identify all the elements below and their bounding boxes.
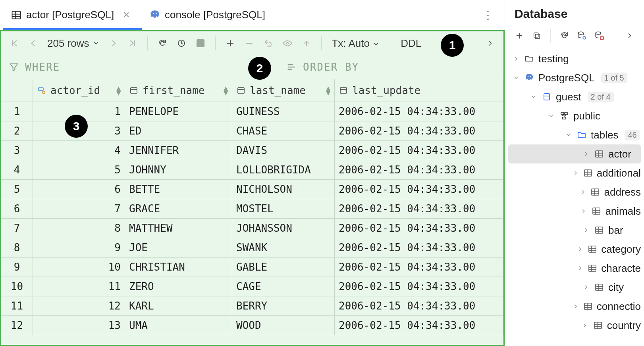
tree-item-bar[interactable]: bar	[508, 221, 641, 240]
cell-first-name[interactable]: PENELOPE	[125, 102, 232, 121]
expand-toggle[interactable]	[530, 94, 538, 100]
cell-first-name[interactable]: JENNIFER	[125, 141, 232, 160]
tree-item-connectio[interactable]: connectio	[508, 297, 641, 316]
cell-first-name[interactable]: ZERO	[125, 277, 232, 296]
new-button[interactable]	[511, 28, 527, 44]
cell-last-update[interactable]: 2006-02-15 04:34:33.00	[335, 258, 503, 277]
cell-first-name[interactable]: ED	[125, 121, 232, 141]
sort-icon[interactable]: ▲▼	[116, 86, 121, 95]
cell-last-update[interactable]: 2006-02-15 04:34:33.00	[335, 296, 503, 316]
tab-actor[interactable]: actor [PostgreSQL] ✕	[3, 0, 142, 30]
row-number[interactable]: 5	[1, 180, 33, 199]
cell-last-name[interactable]: NICHOLSON	[232, 180, 335, 199]
stop-button[interactable]	[192, 35, 209, 52]
row-number[interactable]: 3	[1, 141, 33, 160]
last-page-button[interactable]	[124, 35, 141, 52]
row-number[interactable]: 11	[1, 296, 33, 316]
column-header-actor-id[interactable]: actor_id ▲▼	[33, 79, 125, 102]
expand-toggle[interactable]	[579, 189, 586, 195]
expand-toggle[interactable]	[573, 170, 579, 176]
cell-last-update[interactable]: 2006-02-15 04:34:33.00	[335, 199, 503, 219]
where-filter[interactable]: WHERE	[1, 61, 279, 73]
cell-last-name[interactable]: JOHANSSON	[232, 219, 335, 238]
cell-last-name[interactable]: LOLLOBRIGIDA	[232, 160, 335, 180]
cell-last-update[interactable]: 2006-02-15 04:34:33.00	[335, 121, 503, 141]
cell-last-name[interactable]: BERRY	[232, 296, 335, 316]
tree-item-animals[interactable]: animals	[508, 202, 641, 221]
cell-last-update[interactable]: 2006-02-15 04:34:33.00	[335, 141, 503, 160]
cell-last-update[interactable]: 2006-02-15 04:34:33.00	[335, 277, 503, 296]
close-icon[interactable]: ✕	[119, 8, 134, 22]
table-row[interactable]: 89JOESWANK2006-02-15 04:34:33.00	[1, 238, 503, 258]
tab-console[interactable]: console [PostgreSQL]	[142, 0, 273, 30]
tree-item-country[interactable]: country	[508, 316, 641, 335]
table-row[interactable]: 1112KARLBERRY2006-02-15 04:34:33.00	[1, 296, 503, 316]
expand-toggle[interactable]	[582, 151, 590, 157]
cell-first-name[interactable]: UMA	[125, 316, 232, 335]
table-row[interactable]: 78MATTHEWJOHANSSON2006-02-15 04:34:33.00	[1, 219, 503, 238]
gutter-header[interactable]	[1, 79, 33, 102]
remove-row-button[interactable]	[241, 35, 258, 52]
cell-first-name[interactable]: BETTE	[125, 180, 232, 199]
cell-first-name[interactable]: JOHNNY	[125, 160, 232, 180]
expand-toggle[interactable]	[547, 113, 555, 119]
revert-button[interactable]	[260, 35, 277, 52]
column-header-first-name[interactable]: first_name ▲▼	[125, 79, 232, 102]
table-row[interactable]: 1011ZEROCAGE2006-02-15 04:34:33.00	[1, 277, 503, 296]
row-number[interactable]: 2	[1, 121, 33, 141]
toolbar-more-button[interactable]	[482, 35, 499, 52]
expand-toggle[interactable]	[512, 56, 520, 62]
cell-actor-id[interactable]: 4	[33, 141, 125, 160]
cell-last-name[interactable]: SWANK	[232, 238, 335, 258]
cell-actor-id[interactable]: 11	[33, 277, 125, 296]
disconnect-button[interactable]	[591, 28, 607, 44]
cell-last-name[interactable]: DAVIS	[232, 141, 335, 160]
add-row-button[interactable]	[222, 35, 239, 52]
tree-item-address[interactable]: address	[508, 183, 641, 202]
row-number[interactable]: 12	[1, 316, 33, 335]
cell-last-name[interactable]: GABLE	[232, 258, 335, 277]
history-button[interactable]	[173, 35, 190, 52]
preview-button[interactable]	[279, 35, 296, 52]
cell-actor-id[interactable]: 13	[33, 316, 125, 335]
cell-last-update[interactable]: 2006-02-15 04:34:33.00	[335, 102, 503, 121]
tree-item-city[interactable]: city	[508, 278, 641, 297]
first-page-button[interactable]	[6, 35, 23, 52]
cell-actor-id[interactable]: 12	[33, 296, 125, 316]
expand-toggle[interactable]	[582, 227, 590, 233]
table-row[interactable]: 910CHRISTIANGABLE2006-02-15 04:34:33.00	[1, 258, 503, 277]
expand-toggle[interactable]	[581, 322, 589, 329]
cell-first-name[interactable]: GRACE	[125, 199, 232, 219]
cell-last-name[interactable]: CHASE	[232, 121, 335, 141]
expand-toggle[interactable]	[512, 75, 520, 81]
cell-actor-id[interactable]: 10	[33, 258, 125, 277]
expand-toggle[interactable]	[577, 246, 584, 252]
expand-toggle[interactable]	[582, 284, 590, 290]
cell-last-update[interactable]: 2006-02-15 04:34:33.00	[335, 160, 503, 180]
row-number[interactable]: 1	[1, 102, 33, 121]
cell-actor-id[interactable]: 9	[33, 238, 125, 258]
tx-mode-dropdown[interactable]: Tx: Auto	[328, 37, 384, 50]
tree-item-guest[interactable]: guest2 of 4	[508, 87, 641, 106]
sort-icon[interactable]: ▲▼	[224, 86, 228, 95]
cell-last-update[interactable]: 2006-02-15 04:34:33.00	[335, 316, 503, 335]
tree-item-postgresql[interactable]: PostgreSQL1 of 5	[508, 68, 641, 87]
orderby-filter[interactable]: ORDER BY	[279, 61, 503, 73]
table-row[interactable]: 67GRACEMOSTEL2006-02-15 04:34:33.00	[1, 199, 503, 219]
toolbar-more-button[interactable]	[622, 28, 638, 44]
cell-last-name[interactable]: WOOD	[232, 316, 335, 335]
cell-last-update[interactable]: 2006-02-15 04:34:33.00	[335, 219, 503, 238]
cell-last-update[interactable]: 2006-02-15 04:34:33.00	[335, 238, 503, 258]
cell-first-name[interactable]: CHRISTIAN	[125, 258, 232, 277]
tree-item-tables[interactable]: tables46	[508, 125, 641, 144]
refresh-button[interactable]	[556, 28, 572, 44]
cell-last-name[interactable]: GUINESS	[232, 102, 335, 121]
cell-last-name[interactable]: MOSTEL	[232, 199, 335, 219]
table-row[interactable]: 45JOHNNYLOLLOBRIGIDA2006-02-15 04:34:33.…	[1, 160, 503, 180]
duplicate-button[interactable]	[529, 28, 545, 44]
table-row[interactable]: 1213UMAWOOD2006-02-15 04:34:33.00	[1, 316, 503, 335]
expand-toggle[interactable]	[573, 303, 579, 309]
row-number[interactable]: 9	[1, 258, 33, 277]
cell-last-update[interactable]: 2006-02-15 04:34:33.00	[335, 180, 503, 199]
table-row[interactable]: 34JENNIFERDAVIS2006-02-15 04:34:33.00	[1, 141, 503, 160]
